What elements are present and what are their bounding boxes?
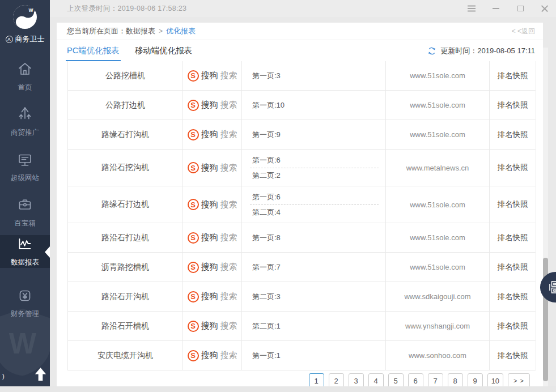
pagination: 12345678910> > <box>57 373 543 386</box>
rank-cell: 第一页:9 <box>242 120 386 149</box>
footer-glyph: ) <box>2 373 5 380</box>
snapshot-link[interactable]: 排名快照 <box>490 120 536 149</box>
page-button-9[interactable]: 9 <box>468 373 483 386</box>
window-maximize-icon[interactable] <box>516 4 525 13</box>
rank-value: 第一页:8 <box>252 231 385 245</box>
snapshot-link[interactable]: 排名快照 <box>490 253 536 282</box>
sidebar-item-toolbox[interactable]: 百宝箱 <box>0 190 50 235</box>
keyword-cell: 路沿石开沟机 <box>68 282 183 311</box>
back-link[interactable]: < <返回 <box>512 27 535 36</box>
table-row: 沥青路挖槽机 S 搜狗搜索 第一页:7 www.51sole.com 排名快照 <box>68 253 536 282</box>
table-row: 公路挖槽机 S 搜狗搜索 第一页:3 www.51sole.com 排名快照 <box>68 61 536 91</box>
engine-cell: S 搜狗搜索 <box>183 61 242 90</box>
snapshot-link[interactable]: 排名快照 <box>490 341 536 370</box>
tab-mobile[interactable]: 移动端优化报表 <box>135 40 193 61</box>
domain-cell: www.sdkaigouji.com <box>386 282 490 311</box>
titlebar: 上次登录时间：2019-08-06 17:58:23 <box>50 0 556 17</box>
refresh-area: 更新时间：2019-08-05 17:11 <box>427 46 535 56</box>
back-to-top-button[interactable] <box>33 367 48 382</box>
engine-cell: S 搜狗搜索 <box>183 312 242 340</box>
engine-name: 搜狗 <box>201 350 218 361</box>
rank-value: 第一页:6 <box>252 153 385 168</box>
rank-value: 第一页:9 <box>252 127 385 142</box>
engine-name: 搜狗 <box>201 129 218 140</box>
sidebar-item-website[interactable]: 超级网站 <box>0 144 50 190</box>
main-area: 您当前所在页面：数据报表 > 优化报表 < <返回 PC端优化报表 移动端优化报… <box>50 17 556 386</box>
page-button-5[interactable]: 5 <box>388 373 404 386</box>
rank-cell: 第一页:7 <box>242 253 386 282</box>
snapshot-link[interactable]: 排名快照 <box>490 91 536 120</box>
keyword-cell: 公路打边机 <box>68 91 183 120</box>
snapshot-link[interactable]: 排名快照 <box>490 61 536 90</box>
engine-cell: S 搜狗搜索 <box>183 120 242 149</box>
keyword-cell: 沥青路挖槽机 <box>68 253 183 282</box>
engine-name: 搜狗 <box>201 199 218 210</box>
page-button-1[interactable]: 1 <box>309 373 324 386</box>
breadcrumb-current[interactable]: 优化报表 <box>166 26 196 36</box>
domain-cell: www.sonhoo.com <box>386 341 490 370</box>
engine-suffix: 搜索 <box>220 232 237 243</box>
snapshot-link[interactable]: 排名快照 <box>490 186 536 223</box>
sidebar-item-report[interactable]: 数据报表 <box>0 235 50 268</box>
engine-name: 搜狗 <box>201 291 218 302</box>
domain-cell: www.ynshangji.com <box>386 312 490 340</box>
table-row: 路沿石挖沟机 S 搜狗搜索 第一页:6第二页:2 www.metalnews.c… <box>68 150 536 186</box>
keyword-cell: 路沿石挖沟机 <box>68 150 183 186</box>
table-row: 路缘石打沟机 S 搜狗搜索 第一页:9 www.51sole.com 排名快照 <box>68 120 536 150</box>
website-icon <box>16 151 33 168</box>
sogou-logo-icon: S <box>188 199 199 210</box>
svg-text:W: W <box>9 327 37 360</box>
brand-mark-icon: A <box>6 36 13 43</box>
page-button-8[interactable]: 8 <box>448 373 463 386</box>
rank-value: 第二页:3 <box>252 289 385 304</box>
rank-value: 第一页:1 <box>252 348 385 363</box>
sogou-logo-icon: S <box>188 70 199 82</box>
rank-value: 第一页:6 <box>252 190 385 204</box>
page-button-4[interactable]: 4 <box>368 373 384 386</box>
snapshot-link[interactable]: 排名快照 <box>490 150 536 186</box>
keyword-cell: 公路挖槽机 <box>68 61 183 90</box>
snapshot-link[interactable]: 排名快照 <box>490 282 536 311</box>
page-button-7[interactable]: 7 <box>428 373 443 386</box>
toolbox-icon <box>16 197 33 214</box>
keyword-cell: 安庆电缆开沟机 <box>68 341 183 370</box>
engine-name: 搜狗 <box>201 321 218 331</box>
engine-suffix: 搜索 <box>220 100 237 110</box>
refresh-icon[interactable] <box>427 46 436 56</box>
home-icon <box>16 61 33 78</box>
window-minimize-icon[interactable] <box>491 4 500 13</box>
engine-name: 搜狗 <box>201 262 218 272</box>
page-button-2[interactable]: 2 <box>329 373 344 386</box>
keyword-cell: 路沿石开槽机 <box>68 312 183 340</box>
sidebar-nav: 首页 商贸推广 超级网站 百宝箱 数据报表 财务管理 <box>0 54 50 326</box>
rank-cell: 第二页:3 <box>242 282 386 311</box>
finance-icon <box>16 287 33 304</box>
next-page-button[interactable]: > > <box>508 373 530 386</box>
page-button-10[interactable]: 10 <box>487 373 503 386</box>
engine-suffix: 搜索 <box>220 350 237 361</box>
snapshot-link[interactable]: 排名快照 <box>490 223 536 252</box>
sogou-logo-icon: S <box>188 321 199 332</box>
engine-name: 搜狗 <box>201 232 218 243</box>
page-button-6[interactable]: 6 <box>408 373 423 386</box>
rank-value: 第一页:3 <box>252 69 385 83</box>
breadcrumb-prefix: 您当前所在页面：数据报表 <box>67 26 155 36</box>
content-panel: 您当前所在页面：数据报表 > 优化报表 < <返回 PC端优化报表 移动端优化报… <box>57 23 543 386</box>
snapshot-link[interactable]: 排名快照 <box>490 312 536 340</box>
rank-cell: 第一页:3 <box>242 61 386 90</box>
rank-value: 第一页:10 <box>252 98 385 113</box>
sogou-logo-icon: S <box>188 350 199 361</box>
keyword-cell: 路沿石打边机 <box>68 223 183 252</box>
sidebar-item-finance[interactable]: 财务管理 <box>0 280 50 326</box>
window-menu-icon[interactable] <box>467 4 476 13</box>
tab-pc[interactable]: PC端优化报表 <box>67 40 120 61</box>
tab-bar: PC端优化报表 移动端优化报表 更新时间：2019-08-05 17:11 <box>57 40 543 61</box>
window-controls <box>467 4 549 13</box>
table-row: 路沿石开槽机 S 搜狗搜索 第二页:1 www.ynshangji.com 排名… <box>68 312 536 341</box>
sogou-logo-icon: S <box>188 232 199 244</box>
sidebar-item-promotion[interactable]: 商贸推广 <box>0 99 50 144</box>
sidebar-item-home[interactable]: 首页 <box>0 54 50 99</box>
rank-cell: 第一页:6第二页:2 <box>242 150 386 186</box>
window-close-icon[interactable] <box>540 4 549 13</box>
page-button-3[interactable]: 3 <box>349 373 364 386</box>
